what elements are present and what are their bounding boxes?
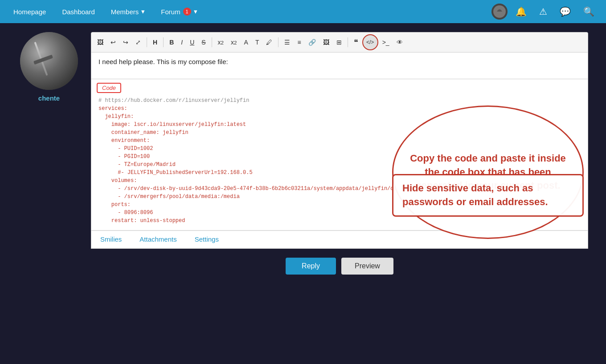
code-key: ports: [98,202,131,208]
code-key: - /srv/dev-disk-by-uuid-9d43cda9-20e5-47… [98,186,435,192]
link-btn[interactable]: 🔗 [305,37,319,48]
heading-btn[interactable]: H [150,37,160,48]
warning-icon[interactable]: ⚠ [535,3,552,20]
oval-annotation: Copy the code and paste it inside the co… [392,105,584,239]
nav-members-chevron: ▾ [141,8,145,16]
search-icon[interactable]: 🔍 [579,3,599,20]
code-key: - PUID=1002 [98,146,153,152]
sep2 [163,37,164,47]
code-key: - TZ=Europe/Madrid [98,162,176,168]
undo-btn[interactable]: ↩ [107,37,119,48]
list-btn[interactable]: ☰ [281,37,293,48]
expand-btn[interactable]: ⤢ [132,37,144,48]
tab-attachments[interactable]: Attachments [131,231,185,248]
editor-area: Press this button ➜ Code 🖼 ↩ ↪ ⤢ H B I U… [91,32,588,355]
action-bar: Reply Preview [91,258,588,275]
rect-annotation: Hide sensitive data, such as passwords o… [392,174,584,217]
code-key: - 8096:8096 [98,210,153,216]
sep5 [348,37,348,47]
code-key: container_name: jellyfin [98,129,188,136]
sep1 [147,37,147,47]
nav-members[interactable]: Members ▾ [105,4,152,19]
code-label: Code [97,83,121,93]
color-btn[interactable]: 🖊 [263,37,275,48]
forum-badge: 1 [183,8,191,16]
italic-btn[interactable]: I [178,37,186,48]
code-key: environment: [98,138,150,144]
subscript-btn[interactable]: x2 [215,37,227,48]
preview-button[interactable]: Preview [341,258,393,275]
username-label: chente [38,94,60,102]
annotation-area: Code # https://hub.docker.com/r/linuxser… [91,79,588,230]
code-key: services: [98,105,127,112]
code-key: restart: unless-stopped [98,218,185,224]
sep4 [278,37,278,47]
code-key: jellyfin: [98,113,134,120]
strike-btn[interactable]: S [198,37,209,48]
underline-btn[interactable]: U [187,37,197,48]
code-key: #- JELLYFIN_PublishedServerUrl=192.168.0… [98,170,253,176]
tab-settings[interactable]: Settings [186,231,228,248]
redo-btn[interactable]: ↪ [120,37,131,48]
user-avatar-nav[interactable] [491,4,508,20]
reply-button[interactable]: Reply [286,258,336,275]
nav-forum[interactable]: Forum 1 ▾ [155,4,203,19]
sep3 [212,37,212,47]
image-insert-btn[interactable]: 🖼 [94,37,106,48]
nav-homepage[interactable]: Homepage [7,4,52,19]
rect-annotation-text: Hide sensitive data, such as passwords o… [402,182,548,207]
editor-intro[interactable]: I need help please. This is my compose f… [91,52,588,79]
nav-members-label: Members [111,8,139,16]
code-key: - /srv/mergerfs/pool/data/media:/media [98,194,240,200]
chat-icon[interactable]: 💬 [555,3,575,20]
nav-forum-chevron: ▾ [194,8,197,16]
avatar [20,32,78,90]
size-btn[interactable]: T [252,37,262,48]
navbar: Homepage Dashboard Members ▾ Forum 1 ▾ 🔔… [0,0,606,23]
code-key: volumes: [98,178,137,184]
bold-btn[interactable]: B [166,37,177,48]
code-key: - PGID=100 [98,154,150,160]
editor-toolbar: 🖼 ↩ ↪ ⤢ H B I U S x2 x2 A T 🖊 ☰ ≡ 🔗 🖼 ⊞ … [91,32,588,52]
quote-btn[interactable]: ❝ [351,36,361,49]
notification-bell-icon[interactable]: 🔔 [511,3,531,20]
superscript-btn[interactable]: x2 [228,37,240,48]
nav-forum-label: Forum [161,8,180,16]
align-btn[interactable]: ≡ [294,37,304,48]
tab-smilies[interactable]: Smilies [91,231,131,248]
img-btn[interactable]: 🖼 [320,37,332,48]
font-btn[interactable]: A [241,37,251,48]
code-btn[interactable]: </> [362,34,378,50]
code-key: image: lscr.io/linuxserver/jellyfin:late… [98,121,246,128]
code-comment: # https://hub.docker.com/r/linuxserver/j… [98,97,249,104]
user-sidebar: chente [18,32,80,355]
cmd-btn[interactable]: >_ [379,37,393,48]
table-btn[interactable]: ⊞ [333,37,345,48]
main-container: chente Press this button ➜ Code 🖼 ↩ ↪ ⤢ … [0,23,606,364]
editor-intro-text: I need help please. This is my compose f… [98,58,581,65]
nav-dashboard[interactable]: Dashboard [56,4,101,19]
eye-btn[interactable]: 👁 [393,37,406,48]
